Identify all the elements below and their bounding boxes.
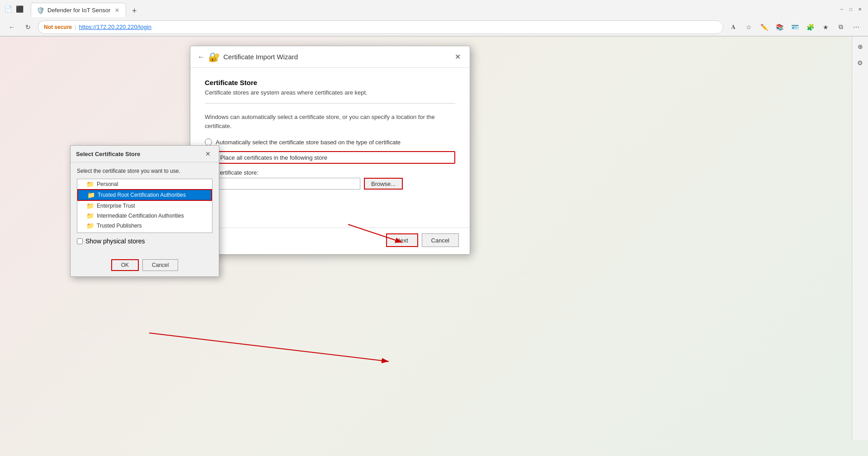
wizard-body: Certificate Store Certificate stores are… — [190, 68, 470, 200]
radio-place-option: Place all certificates in the following … — [205, 151, 455, 164]
tab-close-button[interactable]: ✕ — [114, 6, 120, 14]
page-content: ← 🔐 Certificate Import Wizard ✕ Certific… — [0, 37, 868, 440]
store-item-label: Intermediate Certification Authorities — [97, 213, 184, 219]
dialog-close-button[interactable]: ✕ — [203, 149, 213, 158]
wizard-section-desc: Certificate stores are system areas wher… — [205, 89, 455, 96]
store-item-trusted-publishers[interactable]: 📁 Trusted Publishers — [77, 221, 212, 231]
wizard-description: Windows can automatically select a certi… — [205, 113, 455, 130]
store-item-label: Trusted Publishers — [97, 223, 142, 229]
reload-button[interactable]: ↻ — [22, 21, 34, 33]
cert-store-section: Certificate store: Browse... — [205, 169, 455, 190]
show-physical-checkbox[interactable] — [77, 238, 83, 244]
store-item-label: Enterprise Trust — [97, 203, 135, 209]
wizard-footer: Next Cancel — [190, 228, 470, 254]
address-url[interactable]: https://172.20.220.220/login — [79, 24, 151, 30]
radio-auto[interactable] — [205, 138, 212, 146]
store-item-trusted-root[interactable]: 📁 Trusted Root Certification Authorities — [77, 189, 212, 201]
wizard-titlebar: ← 🔐 Certificate Import Wizard ✕ — [190, 46, 470, 68]
radio-auto-label: Automatically select the certificate sto… — [216, 139, 401, 146]
store-item-intermediate[interactable]: 📁 Intermediate Certification Authorities — [77, 211, 212, 221]
close-window-button[interactable]: ✕ — [856, 5, 863, 13]
store-list[interactable]: 📁 Personal 📁 Trusted Root Certification … — [77, 179, 212, 233]
back-button[interactable]: ← — [5, 21, 18, 33]
new-tab-button[interactable]: + — [128, 5, 141, 17]
cert-store-label: Certificate store: — [216, 169, 455, 176]
wizard-titlebar-left: ← 🔐 Certificate Import Wizard — [198, 52, 298, 62]
store-item-label: Personal — [97, 181, 118, 187]
wizard-close-button[interactable]: ✕ — [453, 51, 462, 63]
dialog-title: Select Certificate Store — [76, 151, 140, 157]
toolbar-icons: 𝐀 ☆ ✏️ 📚 🪪 🧩 ★ ⧉ ⋯ — [727, 21, 863, 33]
dialog-titlebar: Select Certificate Store ✕ — [71, 146, 219, 162]
sidebar-add-button[interactable]: ⊕ — [854, 40, 867, 53]
tab-title: Defender for IoT Sensor — [47, 7, 110, 14]
browser-sidebar: ⊕ ⚙ — [852, 37, 868, 440]
wizard-title: Certificate Import Wizard — [223, 53, 298, 61]
star-button[interactable]: ★ — [819, 21, 832, 33]
dialog-desc: Select the certificate store you want to… — [77, 168, 212, 174]
store-item-personal[interactable]: 📁 Personal — [77, 179, 212, 189]
store-item-label: Untrusted Certificates — [97, 233, 149, 233]
extensions-button[interactable]: 🧩 — [804, 21, 816, 33]
radio-auto-option: Automatically select the certificate sto… — [205, 138, 455, 146]
store-item-label: Trusted Root Certification Authorities — [98, 192, 186, 198]
edit-button[interactable]: ✏️ — [758, 21, 770, 33]
address-input[interactable]: Not secure | https://172.20.220.220/logi… — [38, 20, 723, 34]
store-item-enterprise-trust[interactable]: 📁 Enterprise Trust — [77, 201, 212, 211]
store-item-untrusted[interactable]: 📁 Untrusted Certificates — [77, 231, 212, 233]
security-warning: Not secure — [44, 24, 72, 30]
maximize-button[interactable]: □ — [847, 5, 854, 13]
svg-line-2 — [149, 333, 389, 361]
sidebar-settings-button[interactable]: ⚙ — [854, 57, 867, 69]
cancel-wizard-button[interactable]: Cancel — [422, 233, 459, 247]
cert-store-input-row: Browse... — [216, 178, 455, 190]
cancel-dialog-button[interactable]: Cancel — [142, 259, 178, 271]
dialog-body: Select the certificate store you want to… — [71, 162, 219, 256]
wizard-icon: 🔐 — [208, 52, 220, 62]
radio-place-label: Place all certificates in the following … — [220, 154, 327, 161]
favorites-button[interactable]: ☆ — [742, 21, 755, 33]
cert-store-input[interactable] — [216, 178, 360, 190]
show-physical-row: Show physical stores — [77, 238, 212, 245]
wizard-back-button[interactable]: ← — [198, 53, 205, 61]
wizard-section-title: Certificate Store — [205, 79, 455, 86]
browser-chrome: 📄 ⬛ 🛡️ Defender for IoT Sensor ✕ + ─ □ ✕… — [0, 0, 868, 37]
folder-icon: 📁 — [86, 180, 94, 188]
read-aloud-button[interactable]: 𝐀 — [727, 21, 740, 33]
tabs-button[interactable]: ⧉ — [835, 21, 847, 33]
certificate-import-wizard: ← 🔐 Certificate Import Wizard ✕ Certific… — [190, 46, 470, 255]
collections-button[interactable]: 📚 — [773, 21, 786, 33]
next-button[interactable]: Next — [386, 233, 418, 247]
folder-icon: 📁 — [86, 232, 94, 233]
folder-icon: 📁 — [86, 202, 94, 209]
browse-button[interactable]: Browse... — [364, 178, 403, 190]
tabs-bar: 🛡️ Defender for IoT Sensor ✕ + — [27, 1, 144, 17]
select-cert-store-dialog: Select Certificate Store ✕ Select the ce… — [70, 145, 219, 277]
address-bar: ← ↻ Not secure | https://172.20.220.220/… — [0, 18, 868, 36]
ok-button[interactable]: OK — [111, 259, 139, 271]
title-bar: 📄 ⬛ 🛡️ Defender for IoT Sensor ✕ + ─ □ ✕ — [0, 0, 868, 18]
folder-icon: 📁 — [86, 212, 94, 219]
dialog-footer: OK Cancel — [71, 256, 219, 276]
minimize-button[interactable]: ─ — [838, 5, 845, 13]
browser-tab[interactable]: 🛡️ Defender for IoT Sensor ✕ — [31, 3, 126, 17]
wizard-divider — [205, 103, 455, 104]
folder-icon: 📁 — [87, 191, 95, 199]
window-controls-left: 📄 ⬛ — [5, 5, 24, 13]
address-separator: | — [75, 24, 76, 30]
folder-icon: 📁 — [86, 222, 94, 229]
wallet-button[interactable]: 🪪 — [788, 21, 801, 33]
tab-favicon: 🛡️ — [37, 7, 44, 14]
menu-button[interactable]: ⋯ — [850, 21, 863, 33]
show-physical-label: Show physical stores — [85, 238, 145, 245]
